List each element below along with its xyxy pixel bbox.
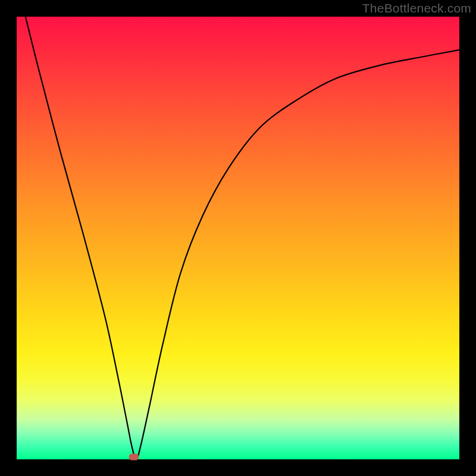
chart-frame: TheBottleneck.com bbox=[0, 0, 476, 476]
curve-svg bbox=[17, 17, 459, 459]
watermark-text: TheBottleneck.com bbox=[362, 1, 471, 15]
bottleneck-curve bbox=[26, 17, 459, 459]
minimum-marker bbox=[129, 454, 139, 461]
plot-area bbox=[17, 17, 459, 459]
